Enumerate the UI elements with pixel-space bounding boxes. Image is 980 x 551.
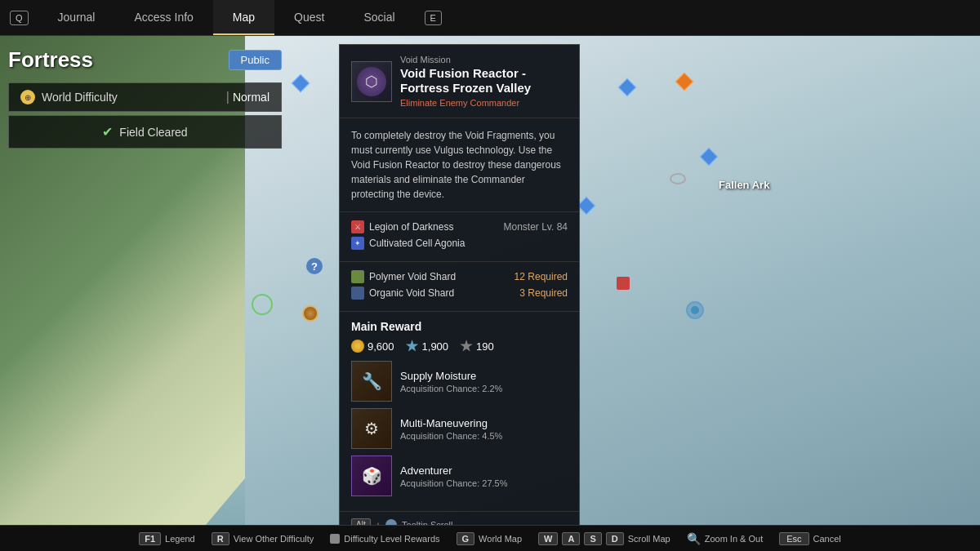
hint-zoom: 🔍 Zoom In & Out	[687, 532, 764, 545]
difficulty-row[interactable]: ⊕ World Difficulty | Normal	[8, 82, 282, 112]
resource-2-icon	[351, 287, 364, 300]
tab-journal[interactable]: Journal	[38, 0, 115, 35]
gear-grey-icon	[460, 340, 473, 353]
f1-key: F1	[139, 532, 161, 545]
mission-type-label: Void Mission	[400, 55, 568, 64]
check-icon: ✔	[102, 124, 113, 140]
diamond-icon-2	[618, 78, 637, 97]
currency-grey-value: 190	[476, 340, 494, 353]
currency-grey: 190	[460, 340, 494, 353]
currency-gold: 9,600	[351, 340, 394, 353]
map-marker-6[interactable]	[702, 150, 715, 163]
enemy-1-info: ⚔ Legion of Darkness	[351, 220, 453, 233]
resource-row-1: Polymer Void Shard 12 Required	[351, 270, 568, 283]
mission-enemies: ⚔ Legion of Darkness Monster Lv. 84 ✦ Cu…	[340, 212, 579, 262]
currency-gold-value: 9,600	[368, 340, 394, 353]
hint-world-map: G World Map	[457, 532, 523, 545]
tab-access-info[interactable]: Access Info	[114, 0, 212, 35]
zoom-label: Zoom In & Out	[705, 534, 764, 544]
tab-quest[interactable]: Quest	[274, 0, 344, 35]
main-reward-title: Main Reward	[351, 320, 568, 333]
mission-title-area: Void Mission Void Fusion Reactor - Fortr…	[400, 55, 568, 108]
circle-icon	[252, 294, 273, 315]
map-marker-3[interactable]	[678, 75, 691, 88]
portal-icon	[686, 301, 704, 319]
nav-key-e: E	[415, 0, 452, 35]
r-key: R	[212, 532, 229, 545]
map-marker-5[interactable]	[580, 199, 593, 212]
map-marker-8[interactable]	[617, 277, 630, 290]
hint-scroll-map: W A S D Scroll Map	[538, 532, 670, 545]
enemy-2-name: Cultivated Cell Agonia	[369, 238, 465, 249]
resource-2-info: Organic Void Shard	[351, 287, 454, 300]
map-marker-player	[302, 305, 318, 322]
resource-row-2: Organic Void Shard 3 Required	[351, 287, 568, 300]
reward-item-1: 🔧 Supply Moisture Acquisition Chance: 2.…	[351, 361, 568, 402]
zoom-icon: 🔍	[687, 532, 701, 545]
reward-2-chance: Acquisition Chance: 4.5%	[400, 431, 502, 441]
other-difficulty-label: View Other Difficulty	[234, 534, 314, 544]
enemy-row-1: ⚔ Legion of Darkness Monster Lv. 84	[351, 220, 568, 233]
diamond-icon-1	[292, 74, 310, 93]
resource-1-info: Polymer Void Shard	[351, 270, 456, 283]
reward-3-chance: Acquisition Chance: 27.5%	[400, 478, 507, 488]
tab-social[interactable]: Social	[344, 0, 414, 35]
currency-blue-value: 1,900	[422, 340, 449, 353]
reward-1-icon: 🔧	[351, 361, 392, 402]
hint-difficulty-rewards: Difficulty Level Rewards	[330, 534, 439, 544]
map-marker-7[interactable]	[686, 301, 704, 319]
gear-blue-icon	[406, 340, 419, 353]
resource-2-qty: 3 Required	[519, 287, 568, 299]
reward-2-name: Multi-Maneuvering	[400, 417, 502, 429]
mission-resources: Polymer Void Shard 12 Required Organic V…	[340, 262, 579, 312]
mission-objective: Eliminate Enemy Commander	[400, 98, 568, 108]
player-icon	[302, 305, 318, 322]
enemy-2-icon: ✦	[351, 237, 364, 250]
cancel-label: Cancel	[813, 534, 841, 544]
left-panel: Fortress Public ⊕ World Difficulty | Nor…	[8, 44, 282, 149]
hint-difficulty: R View Other Difficulty	[212, 532, 314, 545]
mission-description: To completely destroy the Void Fragments…	[340, 118, 579, 212]
esc-key: Esc	[779, 532, 808, 545]
map-marker-question2[interactable]: ?	[306, 258, 323, 274]
enemy-1-level: Monster Lv. 84	[504, 221, 568, 233]
enemy-row-2: ✦ Cultivated Cell Agonia	[351, 237, 568, 250]
enemy-2-info: ✦ Cultivated Cell Agonia	[351, 237, 465, 250]
hint-cancel: Esc Cancel	[779, 532, 841, 545]
top-navigation: Q Journal Access Info Map Quest Social E	[0, 0, 980, 36]
legend-label: Legend	[165, 534, 195, 544]
reward-3-info: Adventurer Acquisition Chance: 27.5%	[400, 464, 507, 488]
diamond-icon-4	[700, 148, 719, 167]
field-cleared-text: Field Cleared	[119, 126, 187, 139]
difficulty-left: ⊕ World Difficulty	[20, 90, 118, 104]
world-map-label: World Map	[479, 534, 522, 544]
tab-map[interactable]: Map	[213, 0, 274, 35]
public-badge-button[interactable]: Public	[229, 50, 282, 70]
resource-2-name: Organic Void Shard	[369, 287, 454, 299]
difficulty-rewards-label: Difficulty Level Rewards	[344, 534, 439, 544]
orange-diamond-icon	[675, 73, 694, 91]
reward-1-info: Supply Moisture Acquisition Chance: 2.2%	[400, 370, 502, 393]
resource-1-icon	[351, 270, 364, 283]
mission-name: Void Fusion Reactor - Fortress Frozen Va…	[400, 66, 568, 96]
map-marker-circle[interactable]	[252, 294, 273, 315]
reward-item-2: ⚙ Multi-Maneuvering Acquisition Chance: …	[351, 408, 568, 449]
a-key: A	[562, 532, 580, 545]
currency-blue: 1,900	[406, 340, 449, 353]
map-marker-eye[interactable]	[670, 173, 686, 184]
fortress-header: Fortress Public	[8, 44, 282, 76]
mission-icon-box: ⬡	[351, 61, 392, 102]
reward-2-icon: ⚙	[351, 408, 392, 449]
eye-icon	[670, 173, 686, 184]
reward-2-info: Multi-Maneuvering Acquisition Chance: 4.…	[400, 417, 502, 441]
map-marker-2[interactable]	[621, 81, 634, 94]
world-icon: ⊕	[20, 90, 35, 104]
field-cleared-row: ✔ Field Cleared	[8, 115, 282, 149]
fortress-title: Fortress	[8, 47, 93, 73]
fallen-ark-label: Fallen Ark	[719, 179, 769, 191]
difficulty-separator: |	[226, 90, 229, 104]
d-key: D	[606, 532, 624, 545]
diamond-icon-3	[577, 197, 596, 216]
resource-1-qty: 12 Required	[514, 271, 568, 282]
map-marker-1[interactable]	[294, 77, 307, 90]
